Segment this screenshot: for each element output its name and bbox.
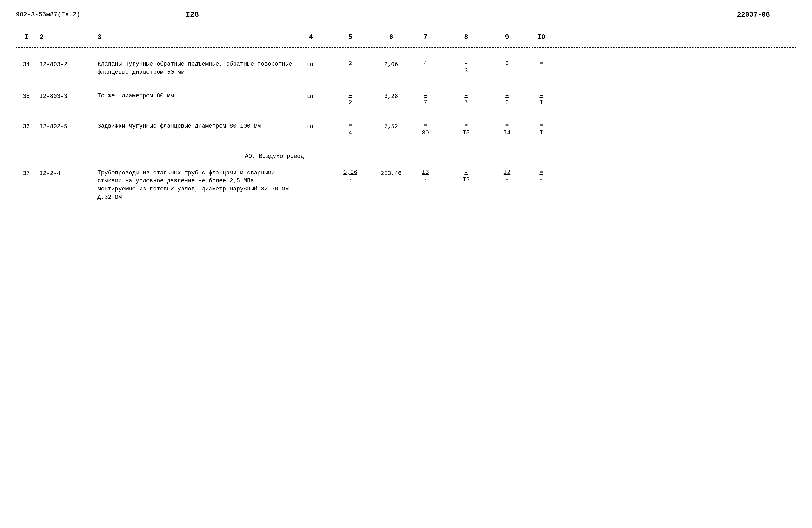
row-35-col9: = 6	[490, 92, 524, 107]
table-row: 34 I2-803-2 Клапаны чугунные обратные по…	[16, 56, 796, 79]
row-34-col8: - 3	[443, 60, 490, 75]
row-37-col10: = -	[524, 169, 559, 184]
row-36-col8: = I5	[443, 122, 490, 137]
row-36-col7: = 30	[408, 122, 443, 137]
header-doc-number: 902-3-56м87	[16, 11, 57, 18]
header: 902-3-56м87 (IX.2) I28 22037-08	[16, 11, 796, 21]
table-row: 35 I2-803-3 То же, диаметром 80 мм шт = …	[16, 87, 796, 110]
bottom-dashed-line	[16, 47, 796, 48]
col-header-10: IO	[524, 33, 559, 41]
row-35-col7: = 7	[408, 92, 443, 107]
row-36-num: 36	[16, 122, 37, 130]
header-section: (IX.2)	[57, 11, 80, 18]
row-36-code: I2-802-5	[37, 122, 95, 130]
col-header-2: 2	[37, 33, 95, 41]
col-header-5: 5	[327, 33, 374, 41]
row-36-desc: Задвижки чугунные фланцевые диаметром 80…	[95, 122, 295, 131]
header-page: I28	[186, 11, 199, 19]
row-34-desc: Клапаны чугунные обратные подъемные, обр…	[95, 60, 295, 77]
col-header-6: 6	[374, 33, 408, 41]
row-35-desc: То же, диаметром 80 мм	[95, 92, 295, 100]
row-36-col5: = 4	[327, 122, 374, 137]
col-header-9: 9	[490, 33, 524, 41]
row-37-col7: I3 -	[408, 169, 443, 184]
row-37-unit: т	[295, 169, 327, 177]
row-35-col10: = I	[524, 92, 559, 107]
row-34-col9: 3 -	[490, 60, 524, 75]
col-header-8: 8	[443, 33, 490, 41]
row-34-col7: 4 -	[408, 60, 443, 75]
row-35-num: 35	[16, 92, 37, 100]
row-34-col6: 2,06	[374, 60, 408, 68]
row-37-col6: 2I3,46	[374, 169, 408, 177]
row-34-col10: = -	[524, 60, 559, 75]
col-header-1: I	[16, 33, 37, 41]
row-34-col5: 2 -	[327, 60, 374, 75]
row-34-num: 34	[16, 60, 37, 68]
col-header-3: 3	[95, 33, 295, 41]
col-header-7: 7	[408, 33, 443, 41]
row-35-unit: шт	[295, 92, 327, 100]
row-37-desc: Трубопроводы из стальных труб с фланцами…	[95, 169, 295, 201]
row-34-unit: шт	[295, 60, 327, 68]
row-37-col8: - I2	[443, 169, 490, 184]
top-dashed-line	[16, 27, 796, 27]
row-35-col6: 3,28	[374, 92, 408, 100]
row-34-code: I2-803-2	[37, 60, 95, 68]
row-36-col6: 7,52	[374, 122, 408, 130]
col-header-4: 4	[295, 33, 327, 41]
row-37-num: 37	[16, 169, 37, 177]
column-headers: I 2 3 4 5 6 7 8 9 IO	[16, 29, 796, 45]
row-37-col9: I2 -	[490, 169, 524, 184]
row-36-col9: = I4	[490, 122, 524, 137]
header-code: 22037-08	[737, 11, 796, 19]
row-37-col5: 0,06 -	[327, 169, 374, 184]
row-36-unit: шт	[295, 122, 327, 130]
table-row: 37 I2-2-4 Трубопроводы из стальных труб …	[16, 164, 796, 205]
section-label: АО. Воздухопровод	[16, 148, 796, 162]
row-35-code: I2-803-3	[37, 92, 95, 100]
table-row: 36 I2-802-5 Задвижки чугунные фланцевые …	[16, 118, 796, 140]
row-35-col5: = 2	[327, 92, 374, 107]
row-37-code: I2-2-4	[37, 169, 95, 177]
row-36-col10: = I	[524, 122, 559, 137]
row-35-col8: = 7	[443, 92, 490, 107]
